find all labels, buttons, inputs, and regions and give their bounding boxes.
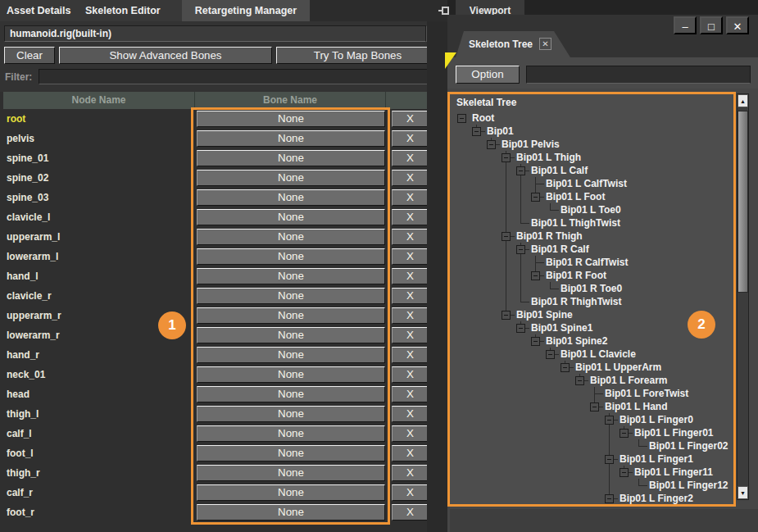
tree-node-label[interactable]: Bip01 L Clavicle (561, 348, 636, 361)
tree-node-label[interactable]: Root (472, 111, 494, 125)
bone-clear-button[interactable]: X (392, 504, 429, 521)
tree-expand-box-icon[interactable] (472, 127, 481, 136)
tree-expand-box-icon[interactable] (531, 337, 540, 346)
option-button[interactable]: Option (456, 66, 520, 84)
tab-retargeting-manager[interactable]: Retargeting Manager (182, 0, 310, 21)
tree-expand-box-icon[interactable] (516, 324, 525, 333)
bone-select-button[interactable]: None (197, 307, 385, 324)
scrollbar-thumb[interactable] (738, 111, 748, 293)
bone-select-button[interactable]: None (197, 268, 385, 284)
tree-expand-box-icon[interactable] (590, 402, 599, 412)
tree-node-label[interactable]: Bip01 L Finger01 (634, 426, 713, 439)
rig-dropdown[interactable]: humanoid.rig(built-in) (4, 25, 426, 42)
window-minimize-button[interactable]: – (674, 16, 697, 34)
tree-node-label[interactable]: Bip01 (487, 125, 514, 138)
tree-node-label[interactable]: Bip01 L Finger0 (620, 413, 693, 426)
bone-clear-button[interactable]: X (392, 386, 429, 402)
bone-select-button[interactable]: None (197, 327, 385, 343)
bone-clear-button[interactable]: X (392, 170, 429, 186)
tree-node-label[interactable]: Bip01 L Foot (546, 190, 605, 203)
tree-node-label[interactable]: Bip01 Pelvis (502, 138, 560, 151)
try-to-map-bones-button[interactable]: Try To Map Bones (276, 47, 439, 64)
bone-clear-button[interactable]: X (392, 209, 429, 225)
bone-clear-button[interactable]: X (392, 406, 429, 422)
tree-node-label[interactable]: Bip01 L UpperArm (575, 361, 661, 374)
tree-search-input[interactable] (526, 66, 751, 84)
tree-expand-box-icon[interactable] (546, 350, 555, 359)
clear-button[interactable]: Clear (4, 47, 55, 64)
tree-node-label[interactable]: Bip01 R Thigh (516, 230, 583, 243)
bone-select-button[interactable]: None (197, 347, 385, 363)
bone-select-button[interactable]: None (197, 288, 385, 304)
tree-node-label[interactable]: Bip01 L Forearm (590, 374, 667, 387)
bone-select-button[interactable]: None (197, 406, 385, 422)
bone-select-button[interactable]: None (197, 465, 385, 481)
tree-node-label[interactable]: Bip01 R Foot (546, 269, 606, 282)
bone-clear-button[interactable]: X (392, 445, 429, 462)
scroll-down-icon[interactable]: ▼ (738, 486, 748, 499)
tree-node-label[interactable]: Bip01 L ForeTwist (605, 387, 688, 400)
tree-node-label[interactable]: Bip01 R CalfTwist (546, 256, 628, 269)
bone-clear-button[interactable]: X (392, 347, 429, 363)
tab-skeleton-tree[interactable]: Skeleton Tree ✕ (456, 31, 570, 57)
bone-select-button[interactable]: None (197, 386, 385, 402)
bone-clear-button[interactable]: X (392, 248, 429, 265)
tree-node-label[interactable]: Bip01 L Finger02 (649, 439, 728, 452)
bone-clear-button[interactable]: X (392, 425, 429, 442)
bone-select-button[interactable]: None (197, 425, 385, 442)
bone-clear-button[interactable]: X (392, 189, 429, 206)
tree-expand-box-icon[interactable] (561, 363, 570, 372)
tab-close-icon[interactable]: ✕ (539, 38, 551, 50)
filter-input[interactable] (39, 69, 439, 84)
bone-select-button[interactable]: None (197, 170, 385, 186)
bone-clear-button[interactable]: X (392, 327, 429, 343)
panel-splitter[interactable] (427, 21, 447, 532)
tree-expand-box-icon[interactable] (620, 468, 629, 477)
bone-select-button[interactable]: None (197, 484, 385, 501)
tree-node-label[interactable]: Bip01 L Finger2 (620, 492, 693, 504)
window-maximize-button[interactable]: □ (700, 16, 723, 34)
scroll-up-icon[interactable]: ▲ (738, 94, 748, 107)
bone-select-button[interactable]: None (197, 248, 385, 265)
tree-expand-box-icon[interactable] (605, 494, 614, 503)
bone-clear-button[interactable]: X (392, 130, 429, 147)
tree-node-label[interactable]: Bip01 L CalfTwist (546, 177, 627, 190)
tree-node-label[interactable]: Bip01 R ThighTwist (531, 295, 621, 308)
tree-expand-box-icon[interactable] (575, 376, 584, 385)
bone-select-button[interactable]: None (197, 209, 385, 225)
tree-expand-box-icon[interactable] (605, 455, 614, 464)
tree-expand-box-icon[interactable] (531, 193, 540, 202)
bone-select-button[interactable]: None (197, 111, 385, 127)
tree-expand-box-icon[interactable] (502, 232, 511, 241)
bone-clear-button[interactable]: X (392, 484, 429, 501)
bone-clear-button[interactable]: X (392, 150, 429, 166)
tree-node-label[interactable]: Bip01 L Finger12 (649, 479, 728, 492)
bone-select-button[interactable]: None (197, 445, 385, 462)
tree-node-label[interactable]: Bip01 R Calf (531, 243, 589, 256)
tree-expand-box-icon[interactable] (531, 271, 540, 280)
tree-node-label[interactable]: Bip01 L Calf (531, 164, 588, 177)
tree-node-label[interactable]: Bip01 R Toe0 (561, 282, 622, 295)
tree-node-label[interactable]: Bip01 L Hand (605, 400, 667, 413)
tree-node-label[interactable]: Bip01 Spine1 (531, 321, 592, 334)
tree-node-label[interactable]: Bip01 L Toe0 (561, 203, 621, 216)
bone-select-button[interactable]: None (197, 130, 385, 147)
tree-expand-box-icon[interactable] (487, 140, 496, 149)
tree-scrollbar[interactable]: ▲ ▼ (737, 93, 749, 500)
bone-select-button[interactable]: None (197, 189, 385, 206)
bone-select-button[interactable]: None (197, 366, 385, 383)
bone-select-button[interactable]: None (197, 150, 385, 166)
tab-asset-details[interactable]: Asset Details (7, 0, 71, 21)
bone-clear-button[interactable]: X (392, 288, 429, 304)
bone-select-button[interactable]: None (197, 229, 385, 245)
tree-node-label[interactable]: Bip01 L Thigh (516, 151, 581, 164)
tree-expand-box-icon[interactable] (620, 429, 629, 438)
bone-clear-button[interactable]: X (392, 366, 429, 383)
tree-node-label[interactable]: Bip01 Spine2 (546, 334, 607, 348)
show-advanced-bones-button[interactable]: Show Advanced Bones (59, 47, 272, 64)
tree-node-label[interactable]: Bip01 L ThighTwist (531, 216, 620, 230)
tree-node-label[interactable]: Bip01 L Finger1 (620, 452, 693, 466)
tree-node-label[interactable]: Bip01 L Finger11 (634, 466, 713, 479)
tree-expand-box-icon[interactable] (605, 416, 614, 425)
tree-expand-box-icon[interactable] (516, 166, 525, 175)
